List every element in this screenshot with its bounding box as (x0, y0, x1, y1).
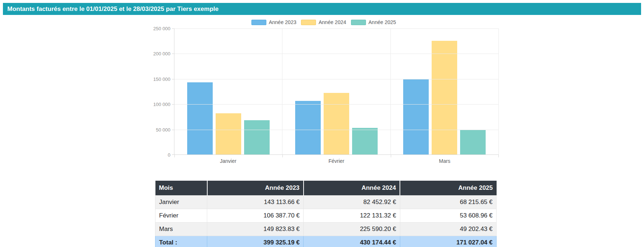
y-axis-label: 0 (168, 152, 170, 158)
legend-item-annee-2025[interactable]: Année 2025 (351, 19, 396, 25)
legend-label: Année 2024 (319, 19, 346, 25)
chart-bar-annee-2025-mars (460, 130, 486, 155)
y-axis: 250 000200 000150 000100 00050 0000 (149, 28, 174, 155)
bar-group-mars (391, 28, 499, 155)
table-cell-amount: 106 387.70 € (207, 209, 304, 223)
y-axis-tick (172, 130, 174, 130)
chart-legend: Année 2023Année 2024Année 2025 (149, 19, 499, 26)
table-total-amount: 399 325.19 € (207, 236, 304, 247)
table-header-annee-2024: Année 2024 (304, 181, 400, 196)
table-total-amount: 171 027.04 € (400, 236, 496, 247)
bar-group-janvier (174, 28, 282, 155)
gridline (174, 104, 499, 105)
table-header-row: MoisAnnée 2023Année 2024Année 2025 (155, 181, 497, 196)
x-axis-tick (174, 155, 175, 157)
legend-item-annee-2024[interactable]: Année 2024 (301, 19, 346, 25)
y-axis-tick (172, 104, 174, 105)
bar-chart: Année 2023Année 2024Année 2025 250 00020… (149, 19, 499, 164)
table-row-mars: Mars149 823.83 €225 590.20 €49 202.43 € (155, 223, 497, 236)
table-cell-amount: 82 452.92 € (304, 196, 400, 209)
report-title-bar: Montants facturés entre le 01/01/2025 et… (3, 3, 641, 15)
x-axis-label-mars: Mars (390, 158, 499, 164)
gridline (174, 54, 499, 54)
chart-body: 250 000200 000150 000100 00050 0000 (149, 28, 499, 155)
y-axis-label: 200 000 (153, 51, 170, 56)
chart-bar-annee-2023-fevrier (295, 101, 321, 155)
chart-bar-annee-2025-janvier (244, 120, 270, 155)
y-axis-label: 50 000 (156, 127, 170, 132)
chart-bar-annee-2023-janvier (187, 82, 213, 155)
table-cell-month: Janvier (155, 196, 207, 209)
legend-swatch-annee-2024 (301, 20, 316, 25)
gridline (174, 28, 499, 29)
x-axis-tick (391, 155, 391, 157)
table-total-row: Total :399 325.19 €430 174.44 €171 027.0… (155, 236, 497, 247)
y-axis-tick (172, 28, 174, 29)
table-cell-amount: 143 113.66 € (207, 196, 304, 209)
gridline (174, 154, 499, 155)
table-header-mois: Mois (155, 181, 207, 196)
x-axis-label-fevrier: Février (282, 158, 391, 164)
report-title: Montants facturés entre le 01/01/2025 et… (7, 5, 219, 12)
y-axis-label: 150 000 (153, 76, 170, 82)
legend-label: Année 2025 (369, 19, 396, 25)
chart-bar-annee-2024-janvier (216, 113, 241, 155)
y-axis-label: 100 000 (153, 102, 170, 107)
table-cell-amount: 122 131.32 € (304, 209, 400, 223)
table-cell-month: Mars (155, 223, 207, 236)
y-axis-tick (172, 154, 174, 155)
plot-area (174, 28, 499, 155)
chart-bar-annee-2023-mars (403, 79, 429, 155)
bar-groups (174, 28, 499, 155)
table-row-janvier: Janvier143 113.66 €82 452.92 €68 215.65 … (155, 196, 497, 209)
amounts-table: MoisAnnée 2023Année 2024Année 2025 Janvi… (155, 181, 497, 247)
table-cell-amount: 149 823.83 € (207, 223, 304, 236)
y-axis-label: 250 000 (153, 26, 170, 31)
table-row-fevrier: Février106 387.70 €122 131.32 €53 608.96… (155, 209, 497, 223)
y-axis-tick (172, 79, 174, 79)
table-cell-amount: 49 202.43 € (400, 223, 496, 236)
x-axis-labels: JanvierFévrierMars (174, 158, 499, 164)
gridline (174, 130, 499, 130)
table-header-annee-2023: Année 2023 (207, 181, 304, 196)
table-cell-amount: 225 590.20 € (304, 223, 400, 236)
legend-label: Année 2023 (269, 19, 297, 25)
legend-swatch-annee-2023 (251, 20, 266, 25)
table-header-annee-2025: Année 2025 (400, 181, 496, 196)
chart-bar-annee-2024-fevrier (324, 93, 349, 155)
x-axis-tick (498, 155, 499, 157)
legend-swatch-annee-2025 (351, 20, 366, 25)
x-axis-tick (282, 155, 283, 157)
table-cell-amount: 68 215.65 € (400, 196, 496, 209)
table-cell-month: Février (155, 209, 207, 223)
gridline (174, 79, 499, 79)
legend-item-annee-2023[interactable]: Année 2023 (251, 19, 297, 25)
chart-bar-annee-2025-fevrier (352, 128, 378, 155)
chart-bar-annee-2024-mars (432, 41, 457, 155)
y-axis-tick (172, 54, 174, 54)
bar-group-fevrier (282, 28, 390, 155)
table-total-amount: 430 174.44 € (304, 236, 400, 247)
table-cell-amount: 53 608.96 € (400, 209, 496, 223)
table-total-label: Total : (155, 236, 207, 247)
x-axis-label-janvier: Janvier (174, 158, 282, 164)
